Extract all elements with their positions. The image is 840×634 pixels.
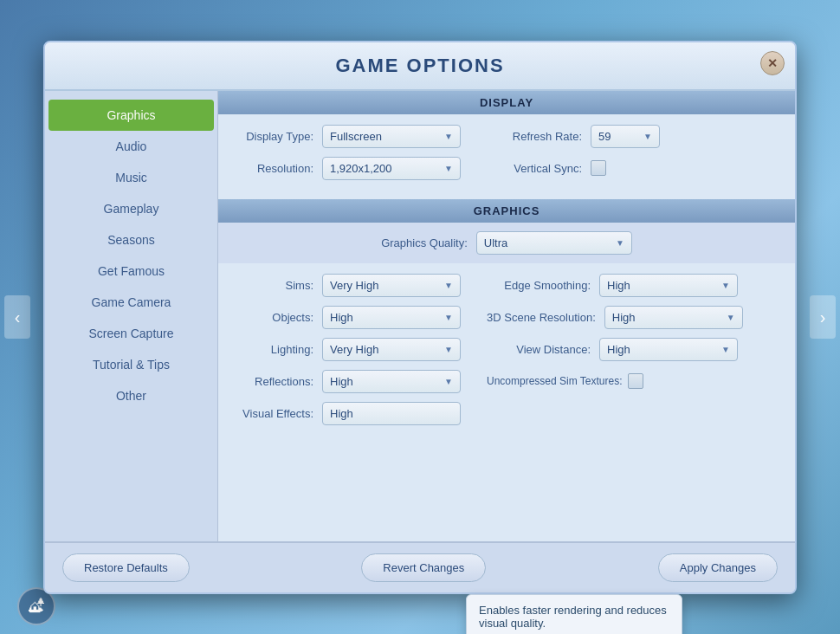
objects-arrow: ▼ (444, 313, 453, 322)
modal-title-bar: Game Options (45, 42, 795, 91)
edge-smoothing-label: Edge Smoothing: (487, 279, 591, 292)
edge-smoothing-arrow: ▼ (721, 281, 730, 290)
uncompressed-group: Uncompressed Sim Textures: (487, 373, 643, 389)
graphics-quality-select[interactable]: Ultra ▼ (476, 231, 632, 255)
reflections-select[interactable]: High ▼ (322, 370, 461, 393)
lighting-select[interactable]: Very High ▼ (322, 338, 461, 361)
view-distance-select[interactable]: High ▼ (599, 338, 738, 361)
display-type-label: Display Type: (236, 130, 313, 143)
sidebar-item-seasons[interactable]: Seasons (45, 224, 217, 256)
revert-changes-button[interactable]: Revert Changes (361, 553, 486, 582)
view-distance-label: View Distance: (487, 343, 591, 356)
uncompressed-checkbox[interactable] (628, 373, 643, 389)
scene-resolution-arrow: ▼ (727, 313, 735, 322)
scene-resolution-label: 3D Scene Resolution: (487, 311, 596, 324)
sidebar-item-other[interactable]: Other (45, 380, 217, 411)
sidebar-item-music[interactable]: Music (45, 162, 217, 193)
refresh-rate-arrow: ▼ (643, 132, 652, 141)
display-section-header: Display (218, 91, 795, 114)
game-options-modal: Game Options ✕ Graphics Audio Music Game… (43, 41, 797, 594)
objects-select[interactable]: High ▼ (322, 306, 461, 329)
objects-label: Objects: (236, 311, 313, 324)
sidebar-item-get-famous[interactable]: Get Famous (45, 256, 217, 287)
resolution-label: Resolution: (236, 162, 313, 175)
vertical-sync-label: Vertical Sync: (504, 162, 582, 175)
modal-body: Graphics Audio Music Gameplay Seasons Ge… (45, 91, 795, 541)
graphics-quality-row: Graphics Quality: Ultra ▼ (218, 223, 795, 263)
sims-label: Sims: (236, 279, 313, 292)
sidebar-item-gameplay[interactable]: Gameplay (45, 193, 217, 224)
resolution-select[interactable]: 1,920x1,200 ▼ (322, 157, 461, 180)
display-type-select[interactable]: Fullscreen ▼ (322, 125, 461, 148)
sidebar: Graphics Audio Music Gameplay Seasons Ge… (45, 91, 218, 541)
apply-changes-button[interactable]: Apply Changes (658, 553, 778, 582)
graphics-quality-label: Graphics Quality: (381, 236, 468, 249)
scene-resolution-select[interactable]: High ▼ (604, 306, 743, 329)
sims-edge-row: Sims: Very High ▼ Edge Smoothing: High ▼ (236, 274, 778, 297)
modal-title: Game Options (335, 55, 504, 76)
visual-laptop-row: Visual Effects: High (236, 402, 778, 425)
uncompressed-label: Uncompressed Sim Textures: (487, 375, 623, 387)
close-button[interactable]: ✕ (760, 51, 785, 75)
sims-arrow: ▼ (444, 281, 453, 290)
main-content: Display Display Type: Fullscreen ▼ Refre… (218, 91, 795, 541)
reflections-label: Reflections: (236, 375, 313, 388)
graphics-settings-body: Sims: Very High ▼ Edge Smoothing: High ▼ (218, 263, 795, 444)
display-type-arrow: ▼ (444, 132, 453, 141)
sidebar-item-audio[interactable]: Audio (45, 131, 217, 162)
display-section-body: Display Type: Fullscreen ▼ Refresh Rate:… (218, 114, 795, 199)
modal-footer: Restore Defaults Revert Changes Apply Ch… (45, 541, 795, 592)
resolution-row: Resolution: 1,920x1,200 ▼ Vertical Sync: (236, 157, 778, 180)
restore-defaults-button[interactable]: Restore Defaults (62, 553, 190, 582)
graphics-quality-arrow: ▼ (616, 238, 624, 248)
sidebar-item-screen-capture[interactable]: Screen Capture (45, 318, 217, 349)
sidebar-item-tutorial-tips[interactable]: Tutorial & Tips (45, 349, 217, 380)
edge-smoothing-select[interactable]: High ▼ (599, 274, 738, 297)
display-type-row: Display Type: Fullscreen ▼ Refresh Rate:… (236, 125, 778, 148)
view-distance-arrow: ▼ (721, 345, 730, 354)
graphics-section-header: Graphics (218, 199, 795, 223)
sidebar-item-graphics[interactable]: Graphics (48, 100, 214, 131)
objects-scene-row: Objects: High ▼ 3D Scene Resolution: Hig… (236, 306, 778, 329)
sidebar-item-game-camera[interactable]: Game Camera (45, 287, 217, 318)
modal-overlay: Game Options ✕ Graphics Audio Music Game… (0, 0, 840, 634)
refresh-rate-select[interactable]: 59 ▼ (591, 125, 660, 148)
refresh-rate-label: Refresh Rate: (504, 130, 582, 143)
lighting-view-row: Lighting: Very High ▼ View Distance: Hig… (236, 338, 778, 361)
visual-effects-select[interactable]: High (322, 402, 461, 425)
vertical-sync-checkbox[interactable] (591, 160, 606, 176)
resolution-arrow: ▼ (444, 164, 453, 173)
sims-select[interactable]: Very High ▼ (322, 274, 461, 297)
lighting-label: Lighting: (236, 343, 313, 356)
visual-effects-label: Visual Effects: (236, 407, 313, 420)
reflections-arrow: ▼ (444, 377, 453, 386)
lighting-arrow: ▼ (444, 345, 453, 354)
reflections-uncompressed-row: Reflections: High ▼ Uncompressed Sim Tex… (236, 370, 778, 393)
